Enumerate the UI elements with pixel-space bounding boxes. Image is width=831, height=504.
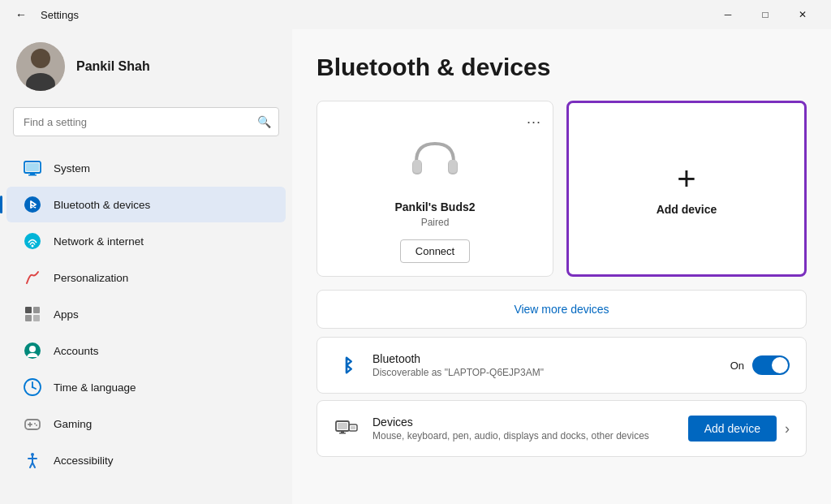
bluetooth-row-right: On [730, 355, 790, 375]
user-profile: Pankil Shah [0, 29, 292, 107]
bluetooth-icon [23, 195, 42, 214]
sidebar-item-bluetooth[interactable]: Bluetooth & devices [6, 187, 286, 222]
sidebar-item-accessibility-label: Accessibility [54, 454, 114, 467]
apps-icon [23, 304, 42, 324]
svg-point-7 [24, 196, 41, 213]
network-icon [23, 231, 42, 251]
sidebar-item-accounts-label: Accounts [54, 345, 99, 357]
svg-point-15 [29, 346, 36, 352]
devices-row-sub: Mouse, keyboard, pen, audio, displays an… [372, 430, 675, 442]
svg-point-9 [32, 245, 34, 248]
svg-rect-33 [449, 160, 457, 173]
bluetooth-row-text: Bluetooth Discoverable as "LAPTOP-Q6EJP3… [372, 352, 717, 378]
sidebar-item-system[interactable]: System [6, 150, 286, 186]
system-icon [23, 158, 42, 178]
page-title: Bluetooth & devices [316, 54, 807, 81]
devices-row-chevron: › [785, 420, 790, 437]
user-name: Pankil Shah [76, 59, 150, 74]
title-bar: ← Settings ─ □ ✕ [0, 0, 831, 29]
devices-add-button[interactable]: Add device [688, 416, 777, 442]
svg-rect-38 [351, 426, 355, 429]
svg-rect-20 [25, 420, 40, 429]
add-device-card[interactable]: + Add device [566, 101, 807, 277]
svg-rect-4 [26, 163, 39, 171]
svg-point-1 [31, 49, 50, 68]
sidebar-item-accessibility[interactable]: Accessibility [6, 442, 286, 478]
svg-rect-13 [33, 315, 40, 321]
svg-rect-6 [28, 174, 37, 176]
bluetooth-row-sub: Discoverable as "LAPTOP-Q6EJP3AM" [372, 367, 717, 378]
device-menu-button[interactable]: ... [527, 111, 541, 126]
svg-line-29 [32, 463, 35, 467]
maximize-button[interactable]: □ [747, 0, 784, 29]
sidebar-item-time[interactable]: Time & language [6, 369, 286, 405]
svg-rect-5 [30, 173, 35, 174]
sidebar-item-apps[interactable]: Apps [6, 296, 286, 332]
bluetooth-row-title: Bluetooth [372, 352, 717, 365]
content-area: Bluetooth & devices ... Pankil's Buds2 P… [292, 29, 831, 504]
main-layout: Pankil Shah 🔍 System [0, 29, 831, 504]
title-bar-left: ← Settings [10, 3, 79, 26]
view-more-row: View more devices [316, 290, 807, 329]
window-controls: ─ □ ✕ [709, 0, 821, 29]
sidebar-item-personalization-label: Personalization [54, 272, 128, 284]
toggle-thumb [772, 357, 788, 373]
sidebar-nav: System Bluetooth & devices [0, 149, 292, 479]
search-box: 🔍 [13, 107, 279, 136]
svg-point-24 [36, 424, 37, 426]
devices-row-text: Devices Mouse, keyboard, pen, audio, dis… [372, 416, 675, 442]
personalization-icon [23, 268, 42, 287]
bluetooth-settings-row: Bluetooth Discoverable as "LAPTOP-Q6EJP3… [316, 337, 807, 394]
headphone-icon [407, 131, 463, 191]
add-device-label: Add device [657, 203, 717, 216]
svg-rect-36 [338, 423, 347, 429]
devices-row-icon [334, 416, 360, 442]
bluetooth-row-icon [334, 352, 360, 378]
sidebar-item-personalization[interactable]: Personalization [6, 260, 286, 295]
bluetooth-toggle[interactable] [752, 355, 790, 375]
sidebar-item-apps-label: Apps [54, 308, 79, 321]
back-button[interactable]: ← [10, 3, 32, 26]
svg-point-19 [32, 386, 33, 388]
sidebar-item-network-label: Network & internet [54, 235, 144, 248]
sidebar-item-network[interactable]: Network & internet [6, 223, 286, 259]
svg-rect-10 [25, 307, 32, 313]
bluetooth-status-label: On [730, 360, 744, 372]
device-card-buds: ... Pankil's Buds2 Paired Connect [316, 101, 553, 277]
sidebar-item-time-label: Time & language [54, 381, 136, 394]
svg-rect-39 [341, 431, 344, 433]
device-name: Pankil's Buds2 [394, 200, 475, 213]
close-button[interactable]: ✕ [784, 0, 821, 29]
view-more-link[interactable]: View more devices [514, 303, 609, 316]
accounts-icon [23, 341, 42, 360]
devices-row-right: Add device › [688, 416, 790, 442]
accessibility-icon [23, 450, 42, 470]
svg-rect-12 [25, 315, 32, 321]
app-title: Settings [41, 9, 79, 21]
connect-button[interactable]: Connect [400, 239, 470, 263]
sidebar: Pankil Shah 🔍 System [0, 29, 292, 504]
search-input[interactable] [13, 107, 279, 136]
sidebar-item-bluetooth-label: Bluetooth & devices [54, 199, 150, 211]
minimize-button[interactable]: ─ [709, 0, 747, 29]
sidebar-item-gaming-label: Gaming [54, 418, 92, 430]
device-status: Paired [421, 217, 450, 228]
time-icon [23, 377, 42, 397]
svg-rect-11 [33, 307, 40, 313]
sidebar-item-system-label: System [54, 162, 90, 174]
gaming-icon [23, 414, 42, 433]
svg-rect-40 [339, 433, 346, 434]
sidebar-item-gaming[interactable]: Gaming [6, 406, 286, 442]
device-cards: ... Pankil's Buds2 Paired Connect + [316, 101, 807, 277]
devices-settings-row[interactable]: Devices Mouse, keyboard, pen, audio, dis… [316, 400, 807, 457]
svg-rect-32 [413, 160, 421, 173]
sidebar-item-accounts[interactable]: Accounts [6, 333, 286, 368]
svg-point-23 [34, 423, 36, 424]
devices-row-title: Devices [372, 416, 675, 429]
avatar [16, 42, 65, 91]
plus-icon: + [677, 162, 695, 195]
